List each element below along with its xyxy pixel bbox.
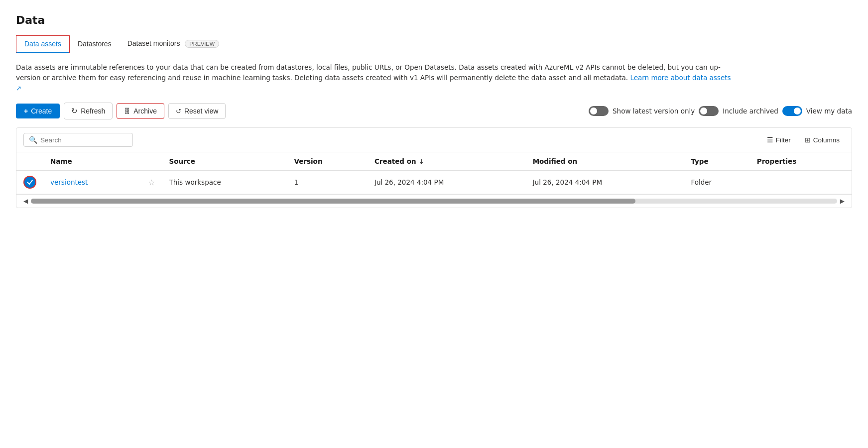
show-latest-toggle-group: Show latest version only bbox=[589, 106, 695, 116]
search-filter-bar: 🔍 ☰ Filter ⊞ Columns bbox=[16, 128, 852, 152]
th-type[interactable]: Type bbox=[684, 152, 749, 171]
columns-button[interactable]: ⊞ Columns bbox=[800, 133, 845, 146]
row-name-link[interactable]: versiontest bbox=[50, 178, 88, 186]
show-latest-toggle[interactable] bbox=[589, 106, 609, 116]
filter-button[interactable]: ☰ Filter bbox=[762, 133, 796, 146]
content-area: 🔍 ☰ Filter ⊞ Columns Name bbox=[16, 127, 852, 208]
th-star bbox=[141, 152, 162, 171]
preview-badge: PREVIEW bbox=[185, 40, 219, 48]
reset-icon: ↺ bbox=[176, 108, 181, 115]
description-block: Data assets are immutable references to … bbox=[16, 62, 738, 94]
filter-icon: ☰ bbox=[767, 136, 773, 144]
archive-button[interactable]: 🗄 Archive bbox=[117, 103, 164, 119]
row-created-on-cell: Jul 26, 2024 4:04 PM bbox=[368, 171, 526, 194]
include-archived-slider bbox=[699, 106, 719, 116]
refresh-icon: ↻ bbox=[71, 107, 78, 115]
archive-icon: 🗄 bbox=[124, 108, 130, 115]
columns-icon: ⊞ bbox=[805, 136, 811, 144]
show-latest-slider bbox=[589, 106, 609, 116]
scroll-left-arrow[interactable]: ◀ bbox=[23, 198, 28, 205]
table-row: versiontest ☆ This workspace 1 Jul 26, 2… bbox=[16, 171, 852, 194]
tab-datastores[interactable]: Datastores bbox=[70, 36, 120, 53]
th-name[interactable]: Name bbox=[43, 152, 141, 171]
search-icon: 🔍 bbox=[29, 136, 37, 144]
th-created-on[interactable]: Created on ↓ bbox=[368, 152, 526, 171]
tabs-bar: Data assets Datastores Dataset monitors … bbox=[16, 35, 852, 53]
scrollbar-row: ◀ ▶ bbox=[16, 194, 852, 208]
refresh-button[interactable]: ↻ Refresh bbox=[64, 103, 113, 119]
data-assets-table: Name Source Version Created on ↓ Modifie… bbox=[16, 152, 852, 194]
reset-view-button[interactable]: ↺ Reset view bbox=[168, 103, 226, 119]
row-source-cell: This workspace bbox=[162, 171, 287, 194]
row-star-cell[interactable]: ☆ bbox=[141, 171, 162, 194]
view-my-data-toggle[interactable] bbox=[782, 106, 802, 116]
page-title: Data bbox=[16, 14, 852, 26]
scroll-right-arrow[interactable]: ▶ bbox=[840, 198, 845, 205]
row-checkbox-cell[interactable] bbox=[16, 171, 43, 194]
scrollbar-track[interactable] bbox=[31, 199, 837, 204]
star-icon[interactable]: ☆ bbox=[148, 178, 155, 187]
row-properties-cell bbox=[750, 171, 852, 194]
tab-dataset-monitors[interactable]: Dataset monitors PREVIEW bbox=[120, 35, 227, 53]
th-checkbox bbox=[16, 152, 43, 171]
view-my-data-slider bbox=[782, 106, 802, 116]
th-source[interactable]: Source bbox=[162, 152, 287, 171]
include-archived-toggle-group: Include archived bbox=[699, 106, 778, 116]
row-modified-on-cell: Jul 26, 2024 4:04 PM bbox=[526, 171, 684, 194]
view-my-data-toggle-group: View my data bbox=[782, 106, 852, 116]
th-modified-on[interactable]: Modified on bbox=[526, 152, 684, 171]
row-version-cell: 1 bbox=[287, 171, 367, 194]
main-container: Data Data assets Datastores Dataset moni… bbox=[0, 0, 868, 448]
table-header-row: Name Source Version Created on ↓ Modifie… bbox=[16, 152, 852, 171]
plus-icon: + bbox=[24, 107, 28, 115]
search-input[interactable] bbox=[40, 136, 127, 144]
create-button[interactable]: + Create bbox=[16, 104, 60, 118]
row-type-cell: Folder bbox=[684, 171, 749, 194]
toolbar: + Create ↻ Refresh 🗄 Archive ↺ Reset vie… bbox=[16, 103, 852, 119]
row-name-cell[interactable]: versiontest bbox=[43, 171, 141, 194]
search-input-wrap: 🔍 bbox=[23, 133, 133, 147]
scrollbar-thumb[interactable] bbox=[31, 199, 635, 204]
th-properties: Properties bbox=[750, 152, 852, 171]
include-archived-toggle[interactable] bbox=[699, 106, 719, 116]
tab-data-assets[interactable]: Data assets bbox=[16, 35, 70, 53]
row-checked-icon[interactable] bbox=[23, 176, 36, 189]
th-version[interactable]: Version bbox=[287, 152, 367, 171]
